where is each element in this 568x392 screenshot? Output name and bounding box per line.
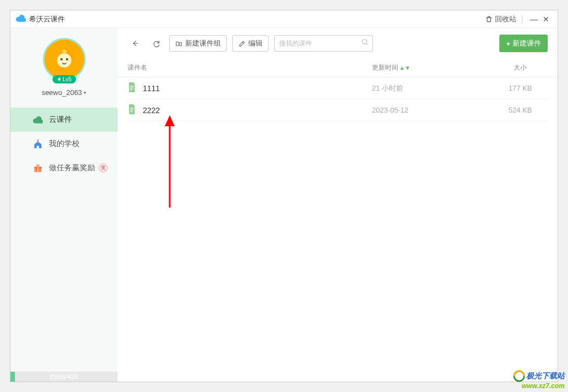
new-courseware-button[interactable]: + 新建课件 [499,35,548,52]
cloud-icon [32,116,43,124]
file-icon [127,104,137,116]
folder-plus-icon [175,40,182,47]
sidebar-item-tasks-rewards[interactable]: 做任务赢奖励 奖 [10,156,118,180]
titlebar: 希沃云课件 回收站 — ✕ [10,10,558,28]
cloud-icon [16,14,26,24]
storage-fill [10,372,15,382]
file-icon [127,82,137,94]
school-icon [32,139,43,148]
level-text: Lv5 [63,76,71,82]
edit-button[interactable]: 编辑 [232,35,269,52]
column-time[interactable]: 更新时间▲▼ [372,63,493,72]
svg-rect-6 [37,167,38,172]
column-size[interactable]: 大小 [493,63,548,72]
column-name[interactable]: 课件名 [127,63,372,72]
watermark-text2: www.xz7.com [513,382,565,390]
refresh-button[interactable] [148,36,164,51]
sort-indicator-icon: ▲▼ [399,65,410,71]
new-group-label: 新建课件组 [185,38,221,48]
list-header: 课件名 更新时间▲▼ 大小 [118,59,558,77]
file-name: 2222 [143,106,372,115]
file-list: 1111 21 小时前 177 KB 2222 2023-05-12 524 K… [118,77,558,121]
main-panel: 新建课件组 编辑 + 新建课件 课件 [118,28,558,382]
trash-icon [485,15,493,23]
recycle-bin-label: 回收站 [495,14,516,24]
app-title: 希沃云课件 [29,14,65,24]
search-input[interactable] [279,40,361,47]
badge-icon [57,77,62,82]
sidebar-item-label: 我的学校 [49,139,80,149]
svg-point-2 [60,58,63,60]
storage-bar: 38MB/4GB [10,372,118,382]
level-badge: Lv5 [52,75,76,83]
close-button[interactable]: ✕ [540,15,552,24]
avatar[interactable]: Lv5 [43,38,86,81]
reward-tag: 奖 [99,164,108,172]
sidebar-item-my-school[interactable]: 我的学校 [10,132,118,156]
sidebar-item-label: 做任务赢奖励 [49,163,95,173]
search-box[interactable] [274,35,373,52]
file-time: 21 小时前 [372,83,493,93]
storage-text: 38MB/4GB [49,372,79,382]
sidebar-nav: 云课件 我的学校 做任务赢奖励 奖 [10,108,118,180]
file-size: 177 KB [493,84,548,92]
plus-icon: + [506,40,510,48]
username-dropdown[interactable]: seewo_2063 ▾ [42,88,87,97]
profile-block: Lv5 seewo_2063 ▾ [10,28,118,97]
recycle-bin-link[interactable]: 回收站 [485,14,516,24]
edit-label: 编辑 [248,38,263,48]
file-size: 524 KB [493,106,548,114]
svg-point-7 [363,40,367,44]
back-button[interactable] [127,36,143,51]
avatar-lion-icon [51,46,77,72]
file-name: 1111 [143,84,372,93]
sidebar: Lv5 seewo_2063 ▾ 云课件 [10,28,118,382]
file-time: 2023-05-12 [372,106,493,114]
refresh-icon [152,40,160,48]
sidebar-item-label: 云课件 [49,115,72,125]
gift-icon [32,164,43,172]
edit-icon [238,40,246,47]
chevron-down-icon: ▾ [83,89,86,96]
sidebar-item-cloud-courseware[interactable]: 云课件 [10,108,118,132]
divider [522,15,522,23]
app-window: 希沃云课件 回收站 — ✕ [10,10,558,382]
svg-point-1 [57,53,71,68]
toolbar: 新建课件组 编辑 + 新建课件 [118,28,558,59]
svg-point-3 [66,58,68,60]
new-group-button[interactable]: 新建课件组 [169,35,227,52]
file-row[interactable]: 2222 2023-05-12 524 KB [127,99,548,121]
new-courseware-label: 新建课件 [513,38,541,48]
arrow-left-icon [131,40,140,47]
file-row[interactable]: 1111 21 小时前 177 KB [127,77,548,99]
minimize-button[interactable]: — [528,15,540,24]
search-icon [361,38,369,48]
username-text: seewo_2063 [42,88,82,97]
